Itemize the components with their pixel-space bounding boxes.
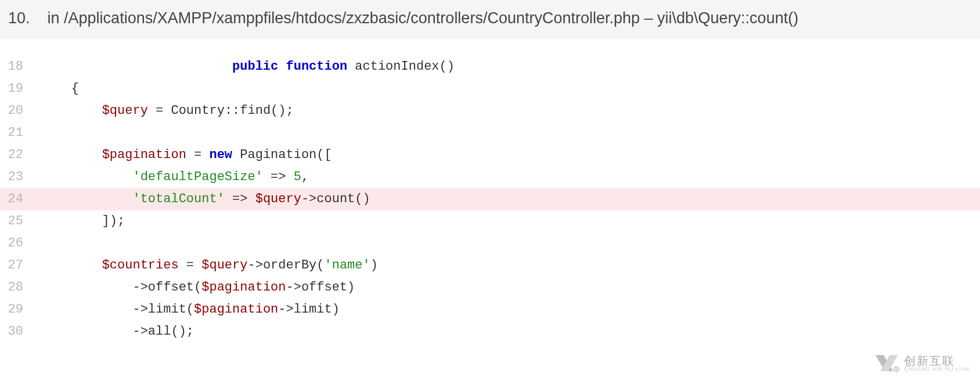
line-number: 21 — [0, 122, 41, 144]
line-content: ]); — [41, 210, 125, 232]
line-content: { — [41, 78, 79, 100]
code-line: 21 — [0, 122, 980, 144]
code-line: 20 $query = Country::find(); — [0, 100, 980, 122]
stack-trace-header[interactable]: 10. in /Applications/XAMPP/xamppfiles/ht… — [0, 0, 980, 38]
line-number: 29 — [0, 299, 41, 321]
code-line: 19 { — [0, 78, 980, 100]
watermark-text: 创新互联 CHUANG XIN HU LIAN — [904, 355, 970, 372]
trace-separator: – — [640, 9, 657, 27]
line-number: 24 — [0, 188, 41, 210]
line-content: ->limit($pagination->limit) — [41, 299, 340, 321]
line-number: 23 — [0, 166, 41, 188]
code-line: 28 ->offset($pagination->offset) — [0, 277, 980, 299]
trace-text: in /Applications/XAMPP/xamppfiles/htdocs… — [48, 9, 799, 27]
trace-file-path: /Applications/XAMPP/xamppfiles/htdocs/zx… — [64, 9, 640, 27]
code-line: 22 $pagination = new Pagination([ — [0, 144, 980, 166]
code-line: 18 public function actionIndex() — [0, 56, 980, 78]
line-number: 30 — [0, 321, 41, 343]
line-number: 20 — [0, 100, 41, 122]
line-content: $countries = $query->orderBy('name') — [41, 254, 378, 277]
code-line: 27 $countries = $query->orderBy('name') — [0, 254, 980, 277]
code-line: 25 ]); — [0, 210, 980, 232]
line-number: 25 — [0, 210, 41, 232]
code-block: 18 public function actionIndex()19 {20 $… — [0, 38, 980, 343]
line-content: 'totalCount' => $query->count() — [41, 188, 370, 210]
line-content: ->offset($pagination->offset) — [41, 277, 355, 299]
line-content: $pagination = new Pagination([ — [41, 144, 332, 166]
svg-point-3 — [896, 368, 898, 370]
line-number: 22 — [0, 144, 41, 166]
line-content: public function actionIndex() — [41, 56, 455, 78]
line-number: 27 — [0, 254, 41, 277]
line-number: 26 — [0, 232, 41, 254]
line-content: 'defaultPageSize' => 5, — [41, 166, 309, 188]
line-content: $query = Country::find(); — [41, 100, 294, 122]
trace-in-label: in — [48, 9, 64, 27]
line-number: 18 — [0, 56, 41, 78]
trace-number: 10. — [8, 9, 30, 27]
line-number: 28 — [0, 277, 41, 299]
code-line: 29 ->limit($pagination->limit) — [0, 299, 980, 321]
line-number: 19 — [0, 78, 41, 100]
watermark-sub: CHUANG XIN HU LIAN — [904, 367, 970, 372]
watermark: 创新互联 CHUANG XIN HU LIAN — [871, 352, 970, 374]
code-line: 26 — [0, 232, 980, 254]
watermark-main: 创新互联 — [904, 355, 970, 367]
trace-method-call: yii\db\Query::count() — [657, 9, 798, 27]
code-line: 24 'totalCount' => $query->count() — [0, 188, 980, 210]
watermark-icon — [871, 352, 900, 374]
code-line: 23 'defaultPageSize' => 5, — [0, 166, 980, 188]
code-line: 30 ->all(); — [0, 321, 980, 343]
line-content: ->all(); — [41, 321, 194, 343]
